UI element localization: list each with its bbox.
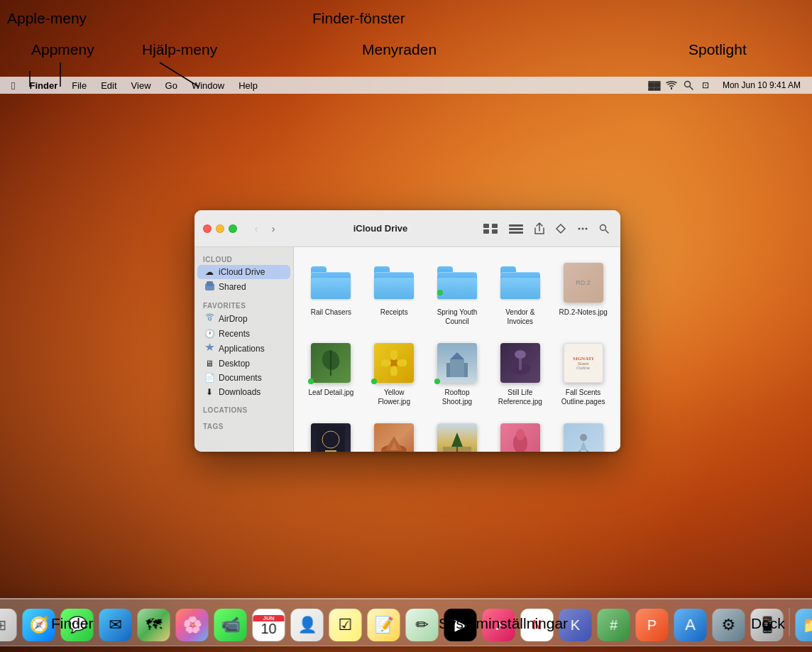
svg-point-49 bbox=[516, 429, 525, 440]
dock-item-mail[interactable]: ✉ bbox=[98, 607, 133, 643]
svg-marker-35 bbox=[450, 352, 464, 359]
forward-button[interactable]: › bbox=[265, 221, 281, 237]
sidebar-item-applications[interactable]: Applications bbox=[197, 341, 290, 357]
file-item-leaf[interactable]: Leaf Detail.jpg bbox=[302, 336, 360, 411]
svg-rect-15 bbox=[509, 224, 523, 227]
nav-buttons: ‹ › bbox=[248, 221, 281, 237]
image-icon-still-life bbox=[498, 340, 543, 386]
traffic-lights bbox=[203, 224, 237, 233]
menubar-help[interactable]: Help bbox=[233, 79, 263, 92]
dock-item-numbers[interactable]: # bbox=[596, 607, 632, 643]
svg-rect-17 bbox=[509, 232, 523, 234]
tag-button[interactable] bbox=[552, 222, 569, 236]
file-item-rooftop[interactable]: Rooftop Shoot.jpg bbox=[429, 336, 486, 411]
svg-point-32 bbox=[397, 359, 407, 366]
sidebar-desktop-label: Desktop bbox=[219, 359, 250, 369]
sidebar-icloud-drive-label: iCloud Drive bbox=[219, 267, 265, 277]
sidebar: iCloud ☁ iCloud Drive Shared Favorites bbox=[194, 247, 294, 452]
contacts-dock-icon: 👤 bbox=[291, 609, 324, 641]
menubar-edit[interactable]: Edit bbox=[95, 79, 122, 92]
svg-point-29 bbox=[390, 350, 397, 360]
file-item-still-life[interactable]: Still Life Reference.jpg bbox=[491, 336, 549, 411]
svg-line-22 bbox=[605, 230, 608, 233]
svg-point-19 bbox=[582, 227, 584, 229]
menubar-window[interactable]: Window bbox=[186, 79, 230, 92]
sidebar-item-shared[interactable]: Shared bbox=[197, 279, 290, 295]
dock-item-folder[interactable]: 📁 bbox=[794, 607, 813, 643]
file-name-yellow-flower: Yellow Flower.jpg bbox=[368, 388, 420, 406]
dock-item-contacts[interactable]: 👤 bbox=[290, 607, 325, 643]
reminders-dock-icon: ☑ bbox=[329, 609, 362, 641]
dock-item-sysprefs[interactable]: ⚙ bbox=[711, 607, 747, 643]
dock-item-photos[interactable]: 🌸 bbox=[175, 607, 210, 643]
wifi-icon[interactable] bbox=[666, 80, 677, 91]
numbers-dock-icon: # bbox=[598, 609, 630, 641]
file-item-receipts[interactable]: Receipts bbox=[366, 256, 423, 330]
search-menubar-icon[interactable] bbox=[683, 80, 694, 91]
file-name-leaf: Leaf Detail.jpg bbox=[308, 388, 353, 397]
svg-point-9 bbox=[684, 82, 690, 87]
file-item-skater[interactable]: Skater.jpeg bbox=[554, 416, 612, 452]
dock-item-freeform[interactable]: ✏ bbox=[405, 607, 440, 643]
image-icon-rooftop bbox=[434, 340, 480, 386]
annotation-apple-menu: Apple-meny bbox=[7, 10, 87, 27]
sidebar-item-airdrop[interactable]: AirDrop bbox=[197, 311, 290, 327]
sidebar-documents-label: Documents bbox=[219, 373, 262, 383]
dock-item-pages[interactable]: P bbox=[635, 607, 670, 643]
share-button[interactable] bbox=[531, 221, 548, 237]
menubar-file[interactable]: File bbox=[66, 79, 92, 92]
photos-dock-icon: 🌸 bbox=[176, 609, 209, 641]
sidebar-item-icloud-drive[interactable]: ☁ iCloud Drive bbox=[197, 265, 290, 279]
freeform-dock-icon: ✏ bbox=[406, 609, 439, 641]
dock-item-maps[interactable]: 🗺 bbox=[136, 607, 172, 643]
dock-separator bbox=[789, 608, 790, 636]
file-item-rail-chasers[interactable]: Rail Chasers bbox=[302, 256, 360, 330]
menubar-go[interactable]: Go bbox=[160, 79, 183, 92]
close-button[interactable] bbox=[203, 224, 212, 233]
dock-item-reminders[interactable]: ☑ bbox=[328, 607, 363, 643]
svg-rect-16 bbox=[509, 228, 523, 230]
view-icons-button[interactable] bbox=[480, 222, 501, 236]
back-button[interactable]: ‹ bbox=[248, 221, 264, 237]
group-button[interactable] bbox=[505, 222, 527, 236]
applications-icon bbox=[204, 343, 214, 354]
dock-item-notes[interactable]: 📝 bbox=[366, 607, 402, 643]
dock-item-launchpad[interactable]: ⊞ bbox=[0, 607, 18, 643]
search-button[interactable] bbox=[596, 221, 612, 237]
image-icon-lone-pine bbox=[434, 420, 480, 452]
sidebar-item-documents[interactable]: 📄 Documents bbox=[197, 371, 290, 385]
file-item-vendor[interactable]: Vendor & Invoices bbox=[491, 256, 549, 330]
folder-icon-spring-youth bbox=[434, 260, 480, 305]
dock-item-facetime[interactable]: 📹 bbox=[213, 607, 248, 643]
control-center-icon[interactable]: ⊡ bbox=[700, 80, 711, 91]
dock-item-appstore[interactable]: A bbox=[673, 607, 708, 643]
file-item-spring-youth[interactable]: Spring Youth Council bbox=[429, 256, 486, 330]
mail-dock-icon: ✉ bbox=[99, 609, 132, 641]
more-button[interactable] bbox=[574, 222, 592, 236]
sysprefs-dock-icon: ⚙ bbox=[713, 609, 745, 641]
sidebar-item-downloads[interactable]: ⬇ Downloads bbox=[197, 385, 290, 399]
calendar-dock-icon: JUN 10 bbox=[253, 609, 285, 641]
file-item-title-cover[interactable]: Title Cover.jpg bbox=[302, 416, 360, 452]
facetime-dock-icon: 📹 bbox=[214, 609, 247, 641]
apple-menu[interactable]:  bbox=[6, 78, 21, 93]
file-item-lone-pine[interactable]: Lone Pine.jpg bbox=[429, 416, 486, 452]
sidebar-item-recents[interactable]: 🕐 Recents bbox=[197, 327, 290, 341]
file-item-pink[interactable]: Pink.jpeg bbox=[491, 416, 549, 452]
file-item-mexico-city[interactable]: Mexico City.jpeg bbox=[366, 416, 423, 452]
file-item-yellow-flower[interactable]: Yellow Flower.jpg bbox=[366, 336, 423, 411]
sidebar-item-desktop[interactable]: 🖥 Desktop bbox=[197, 357, 290, 371]
file-item-fall-scents[interactable]: SIGNATI Scent Outline Fall Scents Outlin… bbox=[554, 336, 612, 411]
annotation-dock-bottom: Dock bbox=[751, 615, 785, 632]
appstore-dock-icon: A bbox=[674, 609, 707, 641]
maximize-button[interactable] bbox=[229, 224, 237, 233]
annotation-help-menu: Hjälp-meny bbox=[142, 41, 217, 58]
dock-item-calendar[interactable]: JUN 10 bbox=[251, 607, 287, 643]
file-item-rd-notes[interactable]: RD.2 RD.2-Notes.jpg bbox=[554, 256, 612, 330]
sidebar-applications-label: Applications bbox=[219, 344, 265, 354]
image-icon-rd-notes: RD.2 bbox=[561, 260, 606, 305]
file-name-fall-scents: Fall Scents Outline.pages bbox=[557, 388, 609, 406]
minimize-button[interactable] bbox=[216, 224, 224, 233]
menubar-finder[interactable]: Finder bbox=[23, 79, 63, 92]
menubar-view[interactable]: View bbox=[126, 79, 157, 92]
